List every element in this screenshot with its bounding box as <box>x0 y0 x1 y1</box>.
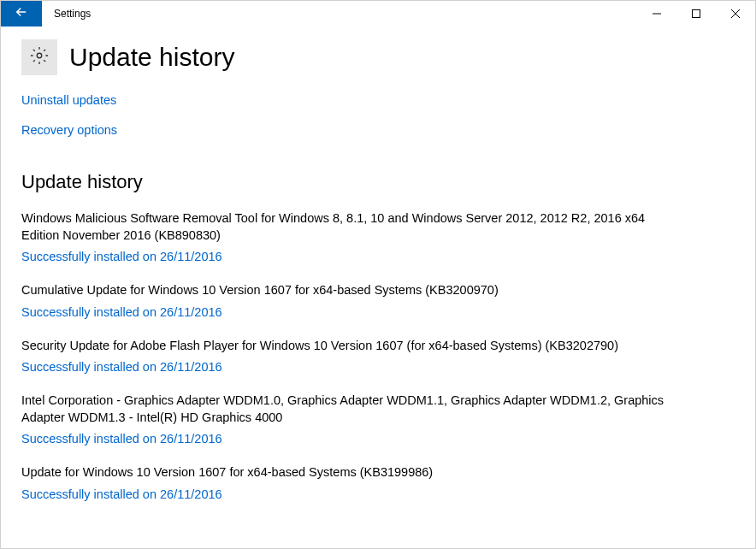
minimize-icon <box>653 6 661 21</box>
update-name: Intel Corporation - Graphics Adapter WDD… <box>21 393 671 426</box>
uninstall-updates-link[interactable]: Uninstall updates <box>21 93 116 107</box>
update-item: Cumulative Update for Windows 10 Version… <box>21 282 671 319</box>
update-status-link[interactable]: Successfully installed on 26/11/2016 <box>21 487 671 501</box>
close-icon <box>731 6 740 21</box>
svg-point-4 <box>37 53 42 58</box>
maximize-button[interactable] <box>676 1 716 27</box>
window-title: Settings <box>42 1 91 27</box>
close-button[interactable] <box>716 1 755 27</box>
minimize-button[interactable] <box>637 1 676 27</box>
recovery-options-link[interactable]: Recovery options <box>21 123 117 137</box>
titlebar-drag-area[interactable] <box>91 1 637 27</box>
page-title: Update history <box>69 43 234 72</box>
update-status-link[interactable]: Successfully installed on 26/11/2016 <box>21 250 671 263</box>
update-item: Windows Malicious Software Removal Tool … <box>21 210 671 263</box>
gear-icon <box>30 46 49 68</box>
updates-list: Windows Malicious Software Removal Tool … <box>21 210 735 501</box>
update-item: Security Update for Adobe Flash Player f… <box>21 338 671 375</box>
content-area: Update history Uninstall updates Recover… <box>1 27 755 533</box>
titlebar: Settings <box>1 1 755 27</box>
maximize-icon <box>692 6 700 21</box>
update-item: Intel Corporation - Graphics Adapter WDD… <box>21 393 671 446</box>
settings-icon-box <box>21 39 57 75</box>
update-status-link[interactable]: Successfully installed on 26/11/2016 <box>21 305 671 319</box>
back-button[interactable] <box>1 1 42 27</box>
update-status-link[interactable]: Successfully installed on 26/11/2016 <box>21 360 671 374</box>
update-name: Windows Malicious Software Removal Tool … <box>21 210 671 244</box>
update-status-link[interactable]: Successfully installed on 26/11/2016 <box>21 432 671 446</box>
svg-rect-1 <box>693 10 700 18</box>
update-item: Update for Windows 10 Version 1607 for x… <box>21 464 671 501</box>
window-controls <box>637 1 755 27</box>
page-header: Update history <box>21 39 735 75</box>
update-name: Cumulative Update for Windows 10 Version… <box>21 282 671 299</box>
update-name: Security Update for Adobe Flash Player f… <box>21 338 671 355</box>
update-name: Update for Windows 10 Version 1607 for x… <box>21 464 671 481</box>
section-title: Update history <box>21 171 735 193</box>
back-arrow-icon <box>14 4 29 23</box>
